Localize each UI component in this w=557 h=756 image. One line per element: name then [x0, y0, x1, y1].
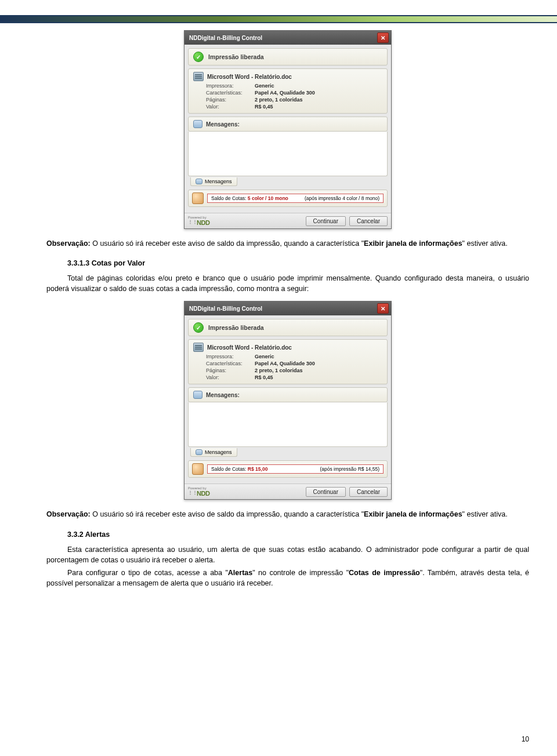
observacao-label: Observação:	[46, 510, 91, 518]
p4-b1: Alertas	[228, 569, 252, 577]
caracteristicas-label: Características:	[206, 361, 255, 366]
impressora-label: Impressora:	[206, 354, 255, 359]
mensagens-area	[188, 132, 388, 176]
dialog-nbilling-2: NDDigital n-Billing Control ✕ ✓ Impressã…	[184, 301, 392, 500]
obs2-bold: Exibir janela de informações	[364, 510, 462, 518]
mensagens-label: Mensagens:	[206, 392, 240, 398]
saldo-panel: Saldo de Cotas: 5 color / 10 mono (após …	[188, 190, 388, 207]
saldo-box: Saldo de Cotas: R$ 15,00 (após impressão…	[207, 464, 384, 474]
mensagens-header: Mensagens:	[188, 117, 388, 132]
page-number: 10	[0, 735, 529, 743]
saldo-label: Saldo de Cotas:	[211, 466, 246, 472]
continuar-button[interactable]: Continuar	[306, 216, 346, 226]
brand-text: NDD	[197, 490, 209, 497]
ndd-brand: Powered by ⋮⋮NDD	[188, 216, 209, 226]
para-alertas-2: Para configurar o tipo de cotas, acesse …	[46, 568, 529, 588]
dots-icon: ⋮⋮	[188, 490, 197, 495]
saldo-after: (após impressão 4 color / 8 mono)	[305, 195, 379, 201]
document-icon	[193, 343, 204, 352]
mensagens-header: Mensagens:	[188, 387, 388, 402]
status-panel: ✓ Impressão liberada	[188, 48, 388, 66]
dialog-nbilling-1: NDDigital n-Billing Control ✕ ✓ Impressã…	[184, 30, 392, 229]
mensagens-tab[interactable]: Mensagens	[190, 177, 237, 186]
dialog-footer: Powered by ⋮⋮NDD Continuar Cancelar	[185, 213, 391, 228]
paginas-value: 2 preto, 1 coloridas	[255, 97, 303, 103]
close-button[interactable]: ✕	[377, 32, 389, 43]
valor-label: Valor:	[206, 104, 255, 110]
ndd-brand: Powered by ⋮⋮NDD	[188, 486, 209, 497]
status-text: Impressão liberada	[208, 53, 264, 60]
valor-value: R$ 0,45	[255, 375, 273, 380]
impressora-label: Impressora:	[206, 83, 255, 89]
heading-332: 3.3.2 Alertas	[67, 530, 529, 539]
caracteristicas-label: Características:	[206, 90, 255, 96]
saldo-value: R$ 15,00	[248, 466, 268, 472]
obs2-text-a: O usuário só irá receber este aviso de s…	[91, 510, 364, 518]
caracteristicas-value: Papel A4, Qualidade 300	[255, 361, 315, 366]
mensagens-tab[interactable]: Mensagens	[190, 448, 237, 457]
cancelar-button[interactable]: Cancelar	[349, 216, 388, 226]
continuar-button[interactable]: Continuar	[306, 487, 346, 497]
impressora-value: Generic	[255, 354, 274, 359]
observacao-1: Observação: O usuário só irá receber est…	[46, 238, 529, 249]
p4-a: Para configurar o tipo de cotas, acesse …	[67, 569, 228, 577]
speech-bubble-icon	[193, 391, 202, 399]
impressora-value: Generic	[255, 83, 274, 89]
user-icon	[192, 463, 204, 475]
mensagens-area	[188, 402, 388, 447]
dialog-footer: Powered by ⋮⋮NDD Continuar Cancelar	[185, 484, 391, 499]
obs1-text-b: " estiver ativa.	[462, 239, 508, 248]
saldo-value: 5 color / 10 mono	[248, 195, 288, 201]
filename: Microsoft Word - Relatório.doc	[207, 74, 292, 80]
mensagens-tab-label: Mensagens	[205, 179, 232, 184]
close-button[interactable]: ✕	[377, 303, 389, 314]
dialog-titlebar: NDDigital n-Billing Control ✕	[185, 301, 391, 315]
valor-label: Valor:	[206, 375, 255, 380]
paginas-label: Páginas:	[206, 368, 255, 373]
brand-text: NDD	[197, 219, 209, 226]
obs1-text-a: O usuário só irá receber este aviso de s…	[91, 239, 364, 248]
saldo-after: (após impressão R$ 14,55)	[320, 466, 379, 472]
mensagens-label: Mensagens:	[206, 121, 240, 128]
close-icon: ✕	[381, 35, 385, 41]
saldo-box: Saldo de Cotas: 5 color / 10 mono (após …	[207, 194, 384, 203]
page-content: NDDigital n-Billing Control ✕ ✓ Impressã…	[46, 23, 529, 594]
p4-c: " no controle de impressão "	[252, 569, 349, 577]
saldo-panel: Saldo de Cotas: R$ 15,00 (após impressão…	[188, 460, 388, 478]
file-panel: Microsoft Word - Relatório.doc Impressor…	[188, 339, 388, 384]
header-stripe	[0, 15, 557, 23]
cancelar-button[interactable]: Cancelar	[349, 487, 388, 497]
obs1-bold: Exibir janela de informações	[364, 239, 462, 248]
valor-value: R$ 0,45	[255, 104, 273, 110]
caracteristicas-value: Papel A4, Qualidade 300	[255, 90, 315, 96]
dots-icon: ⋮⋮	[188, 219, 197, 224]
para-cotas-valor: Total de páginas coloridas e/ou preto e …	[46, 273, 529, 294]
filename: Microsoft Word - Relatório.doc	[207, 344, 292, 351]
status-text: Impressão liberada	[208, 324, 264, 331]
close-icon: ✕	[381, 306, 385, 312]
observacao-2: Observação: O usuário só irá receber est…	[46, 509, 529, 519]
paginas-value: 2 preto, 1 coloridas	[255, 368, 303, 373]
obs2-text-b: " estiver ativa.	[462, 510, 508, 518]
speech-bubble-icon	[196, 179, 202, 184]
user-icon	[192, 192, 204, 204]
file-panel: Microsoft Word - Relatório.doc Impressor…	[188, 68, 388, 114]
check-icon: ✓	[193, 52, 204, 62]
mensagens-tab-label: Mensagens	[205, 449, 232, 455]
saldo-label: Saldo de Cotas:	[211, 195, 246, 201]
speech-bubble-icon	[193, 120, 202, 128]
dialog-title: NDDigital n-Billing Control	[189, 306, 262, 312]
speech-bubble-icon	[196, 449, 202, 455]
status-panel: ✓ Impressão liberada	[188, 319, 388, 336]
observacao-label: Observação:	[46, 239, 91, 248]
dialog-titlebar: NDDigital n-Billing Control ✕	[185, 31, 391, 45]
heading-3313: 3.3.1.3 Cotas por Valor	[67, 259, 529, 267]
p4-b2: Cotas de impressão	[349, 569, 420, 577]
para-alertas-1: Esta característica apresenta ao usuário…	[46, 544, 529, 565]
paginas-label: Páginas:	[206, 97, 255, 103]
check-icon: ✓	[193, 322, 204, 333]
document-icon	[193, 72, 204, 81]
dialog-title: NDDigital n-Billing Control	[189, 35, 262, 41]
